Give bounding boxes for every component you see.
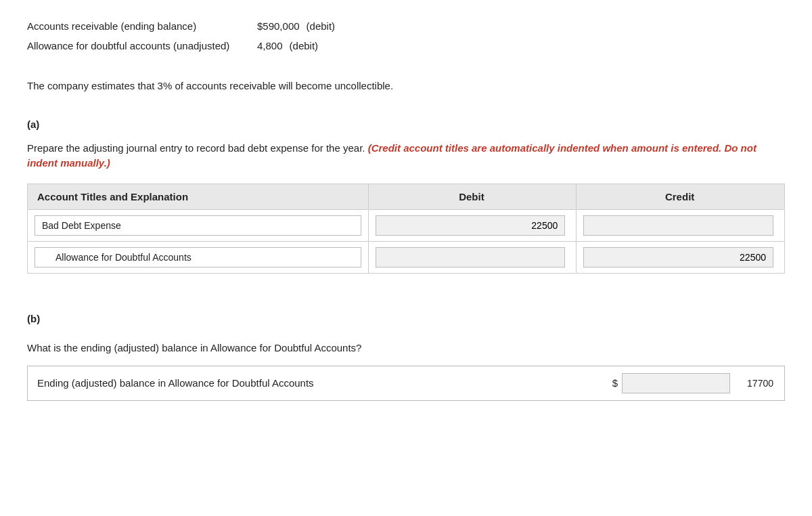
part-b-section: (b) What is the ending (adjusted) balanc… bbox=[27, 313, 785, 401]
ending-balance-row: Ending (adjusted) balance in Allowance f… bbox=[27, 366, 785, 401]
table-row bbox=[28, 209, 785, 241]
account-cell-2 bbox=[28, 241, 369, 273]
credit-cell-2 bbox=[577, 241, 785, 273]
allowance-unadjusted-row: Allowance for doubtful accounts (unadjus… bbox=[27, 40, 785, 51]
account-cell-1 bbox=[28, 209, 369, 241]
debit-input-1[interactable] bbox=[376, 215, 566, 236]
accounts-receivable-row: Accounts receivable (ending balance) $59… bbox=[27, 20, 785, 32]
account-input-1[interactable] bbox=[35, 215, 361, 236]
account-input-2[interactable] bbox=[35, 247, 361, 267]
header-account: Account Titles and Explanation bbox=[28, 184, 369, 209]
part-b-question: What is the ending (adjusted) balance in… bbox=[27, 342, 785, 353]
debit-cell-1 bbox=[368, 209, 577, 241]
accounts-receivable-type: (debit) bbox=[307, 20, 336, 32]
ending-balance-label: Ending (adjusted) balance in Allowance f… bbox=[37, 377, 608, 389]
credit-cell-1 bbox=[577, 209, 785, 241]
dollar-sign: $ bbox=[612, 377, 618, 389]
credit-input-2[interactable] bbox=[583, 247, 773, 267]
debit-input-2[interactable] bbox=[376, 247, 566, 267]
journal-table: Account Titles and Explanation Debit Cre… bbox=[27, 184, 785, 274]
part-b-label: (b) bbox=[27, 313, 785, 324]
allowance-unadjusted-type: (debit) bbox=[290, 40, 319, 51]
ending-balance-value: 17700 bbox=[734, 375, 775, 391]
header-debit: Debit bbox=[368, 184, 577, 209]
part-a-label: (a) bbox=[27, 119, 785, 130]
header-credit: Credit bbox=[577, 184, 785, 209]
ending-balance-input[interactable] bbox=[622, 373, 730, 393]
instruction-text: Prepare the adjusting journal entry to r… bbox=[27, 141, 785, 171]
table-row bbox=[28, 241, 785, 273]
description-text: The company estimates that 3% of account… bbox=[27, 79, 785, 94]
accounts-receivable-label: Accounts receivable (ending balance) bbox=[27, 20, 257, 32]
debit-cell-2 bbox=[368, 241, 577, 273]
instruction-plain: Prepare the adjusting journal entry to r… bbox=[27, 142, 368, 154]
accounts-receivable-value: $590,000 bbox=[257, 20, 300, 32]
credit-input-1[interactable] bbox=[583, 215, 773, 236]
allowance-unadjusted-value: 4,800 bbox=[257, 40, 283, 51]
allowance-unadjusted-label: Allowance for doubtful accounts (unadjus… bbox=[27, 40, 257, 51]
